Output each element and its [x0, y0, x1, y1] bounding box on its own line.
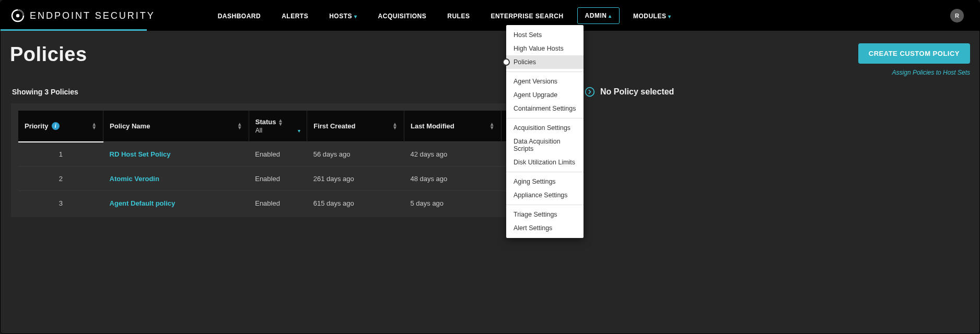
- table-row[interactable]: 1 RD Host Set Policy Enabled 56 days ago…: [18, 142, 568, 166]
- info-icon[interactable]: i: [52, 122, 60, 130]
- svg-point-2: [586, 88, 594, 97]
- dd-agent-versions[interactable]: Agent Versions: [506, 75, 584, 88]
- cell-priority: 3: [18, 191, 103, 216]
- cell-modified: 5 days ago: [404, 191, 501, 216]
- cell-policy-name[interactable]: RD Host Set Policy: [103, 142, 249, 166]
- dd-acquisition-settings[interactable]: Acquisition Settings: [506, 121, 584, 135]
- chevron-down-icon: ▾: [298, 128, 300, 134]
- brand-logo[interactable]: ENDPOINT SECURITY: [11, 9, 176, 22]
- page-title: Policies: [10, 43, 87, 66]
- dd-separator: [506, 71, 584, 72]
- nav-alerts[interactable]: ALERTS: [271, 1, 319, 30]
- create-custom-policy-button[interactable]: CREATE CUSTOM POLICY: [858, 43, 970, 64]
- brand-name: ENDPOINT SECURITY: [30, 10, 155, 21]
- dd-alert-settings[interactable]: Alert Settings: [506, 221, 584, 235]
- sort-icon: ▲▼: [91, 123, 97, 129]
- nav-hosts[interactable]: HOSTS▾: [319, 1, 367, 30]
- admin-dropdown: Host Sets High Value Hosts Policies Agen…: [506, 25, 584, 238]
- cell-created: 261 days ago: [307, 166, 404, 191]
- sort-icon: ▲▼: [489, 123, 495, 129]
- user-avatar[interactable]: R: [950, 9, 964, 22]
- col-first-created[interactable]: First Created▲▼: [307, 111, 404, 142]
- dd-host-sets[interactable]: Host Sets: [506, 28, 584, 42]
- cell-created: 56 days ago: [307, 142, 404, 166]
- dd-separator: [506, 205, 584, 205]
- col-policy-name[interactable]: Policy Name▲▼: [103, 111, 249, 142]
- brand-icon: [11, 9, 25, 22]
- nav-items: DASHBOARD ALERTS HOSTS▾ ACQUISITIONS RUL…: [207, 1, 682, 30]
- dd-separator: [506, 172, 584, 172]
- dd-disk-utilization[interactable]: Disk Utilization Limits: [506, 156, 584, 169]
- cell-modified: 42 days ago: [404, 142, 501, 166]
- nav-rules[interactable]: RULES: [437, 1, 480, 30]
- cell-priority: 1: [18, 142, 103, 166]
- nav-active-underline: [1, 29, 147, 31]
- dd-triage-settings[interactable]: Triage Settings: [506, 208, 584, 221]
- chevron-up-icon: ▴: [609, 13, 612, 19]
- table-body: 1 RD Host Set Policy Enabled 56 days ago…: [18, 142, 568, 216]
- col-last-modified[interactable]: Last Modified▲▼: [404, 111, 501, 142]
- nav-modules[interactable]: MODULES▾: [623, 1, 682, 30]
- nav-admin[interactable]: ADMIN▴: [577, 7, 620, 24]
- cell-status: Enabled: [249, 142, 307, 166]
- col-status[interactable]: Status ▲▼ All▾: [249, 111, 307, 142]
- table-row[interactable]: 3 Agent Default policy Enabled 615 days …: [18, 191, 568, 216]
- cell-policy-name[interactable]: Atomic Verodin: [103, 166, 249, 191]
- main-content: Showing 3 Policies Priorityi ▲▼ Policy N…: [1, 81, 979, 217]
- dd-policies[interactable]: Policies: [506, 55, 584, 69]
- top-nav: ENDPOINT SECURITY DASHBOARD ALERTS HOSTS…: [1, 1, 979, 31]
- dd-agent-upgrade[interactable]: Agent Upgrade: [506, 88, 584, 102]
- cell-status: Enabled: [249, 191, 307, 216]
- policy-detail-panel: No Policy selected: [575, 81, 979, 217]
- col-priority[interactable]: Priorityi ▲▼: [18, 111, 103, 142]
- dd-high-value-hosts[interactable]: High Value Hosts: [506, 42, 584, 55]
- sort-icon: ▲▼: [392, 123, 398, 129]
- dd-separator: [506, 118, 584, 118]
- cell-status: Enabled: [249, 166, 307, 191]
- cell-priority: 2: [18, 166, 103, 191]
- dd-appliance-settings[interactable]: Appliance Settings: [506, 188, 584, 202]
- policies-table-wrap: Priorityi ▲▼ Policy Name▲▼ Status ▲▼ All…: [11, 103, 575, 217]
- dd-aging-settings[interactable]: Aging Settings: [506, 175, 584, 188]
- sort-icon: ▲▼: [237, 123, 242, 129]
- sort-icon: ▲▼: [278, 119, 283, 126]
- chevron-down-icon: ▾: [354, 14, 357, 19]
- showing-count: Showing 3 Policies: [12, 88, 575, 96]
- chevron-down-icon: ▾: [668, 14, 671, 19]
- table-header-row: Priorityi ▲▼ Policy Name▲▼ Status ▲▼ All…: [18, 111, 568, 142]
- cell-created: 615 days ago: [307, 191, 404, 216]
- dd-containment-settings[interactable]: Containment Settings: [506, 102, 584, 115]
- page-header: Policies CREATE CUSTOM POLICY Assign Pol…: [1, 31, 979, 81]
- dd-data-acq-scripts[interactable]: Data Acquisition Scripts: [506, 135, 584, 156]
- policies-table: Priorityi ▲▼ Policy Name▲▼ Status ▲▼ All…: [18, 111, 568, 215]
- policies-list-panel: Showing 3 Policies Priorityi ▲▼ Policy N…: [1, 81, 575, 217]
- nav-acquisitions[interactable]: ACQUISITIONS: [368, 1, 437, 30]
- status-filter[interactable]: All▾: [255, 127, 300, 134]
- cell-modified: 48 days ago: [404, 166, 501, 191]
- svg-point-1: [16, 14, 19, 17]
- table-row[interactable]: 2 Atomic Verodin Enabled 261 days ago 48…: [18, 166, 568, 191]
- arrow-right-circle-icon: [585, 87, 595, 97]
- no-policy-selected: No Policy selected: [585, 87, 969, 97]
- assign-policies-link[interactable]: Assign Policies to Host Sets: [858, 69, 970, 76]
- nav-dashboard[interactable]: DASHBOARD: [207, 1, 272, 30]
- cell-policy-name[interactable]: Agent Default policy: [103, 191, 249, 216]
- header-actions: CREATE CUSTOM POLICY Assign Policies to …: [858, 43, 970, 76]
